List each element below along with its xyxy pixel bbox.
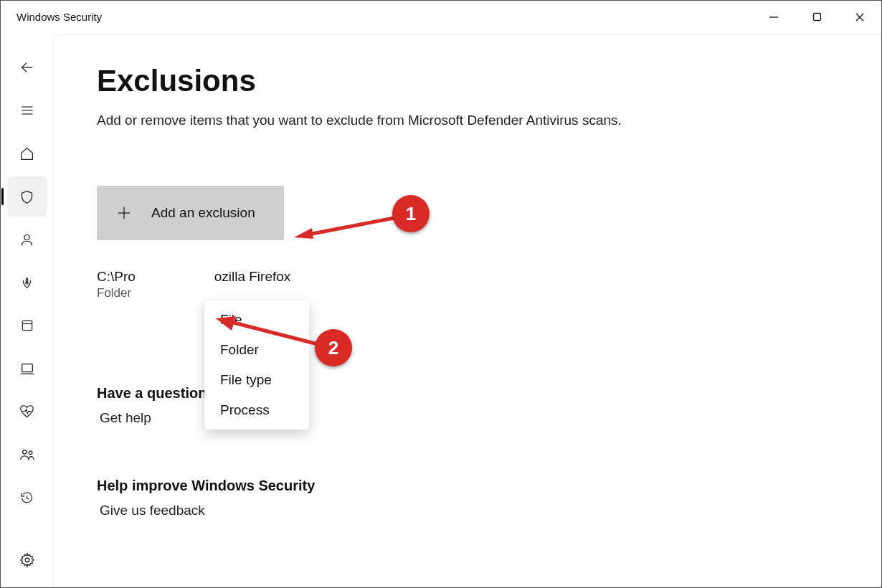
content-panel: Exclusions Add or remove items that you … bbox=[53, 34, 881, 587]
shield-icon bbox=[19, 189, 34, 204]
svg-point-14 bbox=[22, 450, 26, 455]
add-exclusion-button[interactable]: Add an exclusion bbox=[97, 186, 284, 240]
sidebar bbox=[1, 33, 53, 587]
menu-item-folder[interactable]: Folder bbox=[204, 335, 309, 365]
exclusion-list-item[interactable]: C:\Program Files\Mozilla Firefox Folder bbox=[97, 269, 838, 300]
annotation-badge-2: 2 bbox=[315, 329, 352, 366]
home-icon bbox=[19, 146, 34, 161]
svg-point-16 bbox=[25, 558, 29, 562]
feedback-heading: Help improve Windows Security bbox=[97, 478, 838, 494]
minimize-button[interactable] bbox=[752, 1, 795, 33]
window-root: Windows Security bbox=[0, 0, 882, 588]
app-browser-icon bbox=[20, 318, 34, 333]
window-controls bbox=[752, 1, 881, 33]
nav-app-browser[interactable] bbox=[7, 305, 47, 346]
nav-settings[interactable] bbox=[7, 540, 47, 580]
page-title: Exclusions bbox=[97, 64, 838, 98]
device-health-icon bbox=[19, 404, 34, 419]
window-title: Windows Security bbox=[16, 11, 102, 23]
nav-family[interactable] bbox=[7, 435, 47, 475]
titlebar: Windows Security bbox=[1, 1, 881, 33]
add-exclusion-label: Add an exclusion bbox=[151, 205, 255, 221]
svg-point-15 bbox=[29, 451, 32, 455]
nav-virus-protection[interactable] bbox=[7, 176, 47, 217]
back-icon bbox=[19, 60, 35, 75]
maximize-button[interactable] bbox=[795, 1, 838, 33]
family-icon bbox=[19, 447, 35, 463]
svg-rect-10 bbox=[22, 321, 32, 330]
menu-item-process[interactable]: Process bbox=[204, 395, 309, 425]
menu-item-file[interactable]: File bbox=[204, 305, 309, 335]
account-icon bbox=[19, 232, 34, 247]
maximize-icon bbox=[812, 12, 822, 22]
feedback-section: Help improve Windows Security Give us fe… bbox=[97, 478, 838, 518]
page-subtitle: Add or remove items that you want to exc… bbox=[97, 113, 838, 128]
exclusion-path: C:\Program Files\Mozilla Firefox bbox=[97, 269, 838, 285]
svg-point-8 bbox=[24, 234, 29, 240]
close-button[interactable] bbox=[838, 1, 881, 33]
nav-device-health[interactable] bbox=[7, 392, 47, 432]
settings-icon bbox=[19, 552, 35, 568]
history-icon bbox=[19, 490, 34, 506]
nav-device-security[interactable] bbox=[7, 348, 47, 389]
minimize-icon bbox=[769, 12, 779, 22]
nav-firewall[interactable] bbox=[7, 262, 47, 303]
nav-menu[interactable] bbox=[7, 90, 47, 131]
exclusion-type: Folder bbox=[97, 286, 838, 300]
window-body: Exclusions Add or remove items that you … bbox=[1, 33, 881, 587]
nav-history[interactable] bbox=[7, 478, 47, 518]
close-icon bbox=[855, 12, 865, 22]
plus-icon bbox=[115, 204, 133, 222]
menu-icon bbox=[20, 103, 34, 118]
nav-account[interactable] bbox=[7, 219, 47, 260]
svg-rect-1 bbox=[813, 14, 820, 21]
svg-rect-12 bbox=[22, 364, 32, 372]
menu-item-filetype[interactable]: File type bbox=[204, 365, 309, 395]
exclusion-type-menu: File Folder File type Process bbox=[204, 300, 309, 430]
firewall-icon bbox=[19, 275, 34, 290]
nav-home[interactable] bbox=[7, 133, 47, 174]
device-security-icon bbox=[19, 361, 35, 376]
nav-back[interactable] bbox=[7, 47, 47, 87]
give-feedback-link[interactable]: Give us feedback bbox=[97, 503, 838, 518]
annotation-badge-1: 1 bbox=[392, 195, 430, 232]
